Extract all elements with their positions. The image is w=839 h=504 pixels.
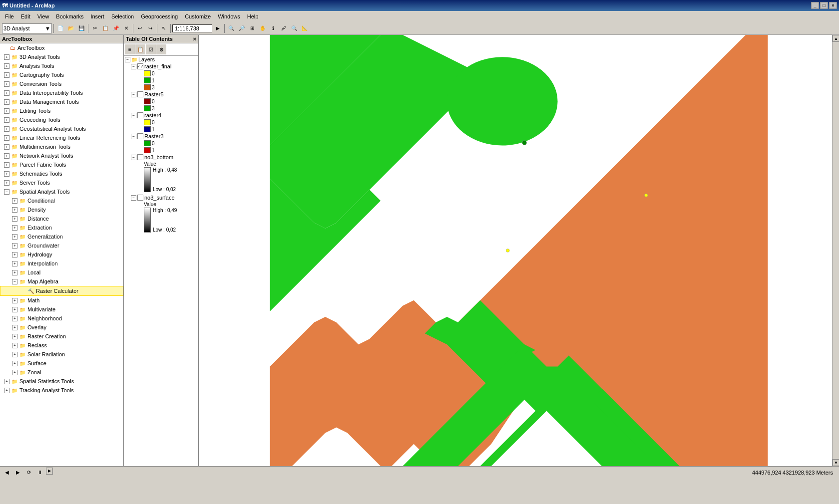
toc-selection-view[interactable]: ☑ — [146, 44, 156, 54]
tree-item-spatial-analyst[interactable]: −📁Spatial Analyst Tools — [0, 187, 123, 196]
tree-item-distance[interactable]: +📁Distance — [0, 214, 123, 223]
expand-groundwater[interactable]: + — [12, 243, 17, 249]
tree-item-density[interactable]: +📁Density — [0, 205, 123, 214]
tb-save[interactable]: 💾 — [76, 23, 86, 33]
expand-multivariate[interactable]: + — [12, 307, 17, 312]
tree-item-analysis[interactable]: +📁Analysis Tools — [0, 61, 123, 70]
status-pause-btn[interactable]: ⏸ — [35, 468, 45, 478]
menu-help[interactable]: Help — [244, 13, 262, 20]
tree-item-schematics[interactable]: +📁Schematics Tools — [0, 169, 123, 178]
expand-solar-radiation[interactable]: + — [12, 352, 17, 357]
tree-item-neighborhood[interactable]: +📁Neighborhood — [0, 314, 123, 323]
expand-network-analyst[interactable]: + — [4, 153, 9, 159]
tree-item-3d-analyst[interactable]: +📁3D Analyst Tools — [0, 52, 123, 61]
expand-neighborhood[interactable]: + — [12, 316, 17, 321]
expand-parcel-fabric[interactable]: + — [4, 162, 9, 168]
toc-layer-no3_surface[interactable]: −no3_surface — [124, 194, 198, 201]
tree-item-interpolation[interactable]: +📁Interpolation — [0, 259, 123, 268]
close-button[interactable]: × — [829, 2, 837, 9]
toc-layer-Raster5[interactable]: −Raster5 — [124, 91, 198, 98]
expand-multidimension[interactable]: + — [4, 144, 9, 150]
status-scroll-right[interactable]: ▶ — [46, 468, 53, 475]
expand-generalization[interactable]: + — [12, 234, 17, 240]
tb-measure[interactable]: 📐 — [300, 23, 310, 33]
map-area[interactable]: ▲ ▼ — [199, 35, 839, 466]
tb-cut[interactable]: ✂ — [90, 23, 100, 33]
menu-edit[interactable]: Edit — [18, 13, 33, 20]
toc-source-view[interactable]: 📋 — [135, 44, 145, 54]
expand-map-algebra[interactable]: − — [12, 279, 17, 284]
expand-schematics[interactable]: + — [4, 171, 9, 177]
expand-cartography[interactable]: + — [4, 72, 9, 78]
tree-item-generalization[interactable]: +📁Generalization — [0, 232, 123, 241]
expand-server[interactable]: + — [4, 180, 9, 186]
expand-tracking-analyst[interactable]: + — [4, 388, 9, 393]
tree-item-reclass[interactable]: +📁Reclass — [0, 341, 123, 350]
tree-item-conversion[interactable]: +📁Conversion Tools — [0, 79, 123, 88]
title-controls[interactable]: _ □ × — [811, 2, 837, 9]
toc-layer-Raster3[interactable]: −Raster3 — [124, 133, 198, 140]
maximize-button[interactable]: □ — [820, 2, 828, 9]
tree-item-hydrology[interactable]: +📁Hydrology — [0, 250, 123, 259]
tree-item-conditional[interactable]: +📁Conditional — [0, 196, 123, 205]
expand-surface[interactable]: + — [12, 361, 17, 366]
scroll-up-arrow[interactable]: ▲ — [833, 35, 839, 42]
toc-close-btn[interactable]: × — [193, 36, 196, 42]
tree-item-tracking-analyst[interactable]: +📁Tracking Analyst Tools — [0, 386, 123, 395]
expand-geostatistical[interactable]: + — [4, 126, 9, 132]
status-refresh-btn[interactable]: ⟳ — [24, 468, 34, 478]
tree-item-network-analyst[interactable]: +📁Network Analyst Tools — [0, 151, 123, 160]
tree-item-data-interop[interactable]: +📁Data Interoperability Tools — [0, 88, 123, 97]
expand-editing[interactable]: + — [4, 108, 9, 114]
tb-zoom-full[interactable]: ⊞ — [247, 23, 257, 33]
menu-geoprocessing[interactable]: Geoprocessing — [138, 13, 181, 20]
expand-conversion[interactable]: + — [4, 81, 9, 87]
tree-item-zonal[interactable]: +📁Zonal — [0, 368, 123, 377]
3d-analyst-dropdown[interactable]: 3D Analyst ▼ — [2, 23, 52, 33]
menu-file[interactable]: File — [2, 13, 17, 20]
expand-analysis[interactable]: + — [4, 63, 9, 69]
toc-layer-raster_final[interactable]: −✓raster_final — [124, 63, 198, 70]
tree-item-data-mgmt[interactable]: +📁Data Management Tools — [0, 97, 123, 106]
tree-item-server[interactable]: +📁Server Tools — [0, 178, 123, 187]
expand-interpolation[interactable]: + — [12, 261, 17, 266]
toc-layer-no3_bottom[interactable]: −no3_bottom — [124, 154, 198, 161]
tree-item-groundwater[interactable]: +📁Groundwater — [0, 241, 123, 250]
tree-item-geocoding[interactable]: +📁Geocoding Tools — [0, 115, 123, 124]
toc-layers-root[interactable]: − 📁 Layers — [124, 56, 198, 63]
tree-item-local[interactable]: +📁Local — [0, 268, 123, 277]
expand-overlay[interactable]: + — [12, 325, 17, 330]
tree-item-linear-ref[interactable]: +📁Linear Referencing Tools — [0, 133, 123, 142]
expand-data-interop[interactable]: + — [4, 90, 9, 96]
expand-local[interactable]: + — [12, 270, 17, 275]
expand-geocoding[interactable]: + — [4, 117, 9, 123]
tree-item-arctoolbox[interactable]: 🗂ArcToolbox — [0, 43, 123, 52]
expand-data-mgmt[interactable]: + — [4, 99, 9, 105]
status-prev-btn[interactable]: ◀ — [2, 468, 12, 478]
expand-density[interactable]: + — [12, 207, 17, 213]
expand-distance[interactable]: + — [12, 216, 17, 222]
tb-new[interactable]: 📄 — [55, 23, 65, 33]
tree-item-cartography[interactable]: +📁Cartography Tools — [0, 70, 123, 79]
tree-item-map-algebra[interactable]: −📁Map Algebra — [0, 277, 123, 286]
tb-open[interactable]: 📂 — [66, 23, 76, 33]
tree-item-raster-creation[interactable]: +📁Raster Creation — [0, 332, 123, 341]
expand-extraction[interactable]: + — [12, 225, 17, 231]
tb-zoom-out[interactable]: 🔎 — [237, 23, 247, 33]
menu-view[interactable]: View — [34, 13, 52, 20]
status-next-btn[interactable]: ▶ — [13, 468, 23, 478]
expand-spatial-analyst[interactable]: − — [4, 189, 9, 195]
expand-conditional[interactable]: + — [12, 198, 17, 204]
tb-undo[interactable]: ↩ — [135, 23, 145, 33]
tree-item-geostatistical[interactable]: +📁Geostatistical Analyst Tools — [0, 124, 123, 133]
expand-linear-ref[interactable]: + — [4, 135, 9, 141]
expand-math[interactable]: + — [12, 298, 17, 303]
tb-info[interactable]: ℹ — [268, 23, 278, 33]
tree-item-raster-calc[interactable]: 🔨Raster Calculator — [0, 286, 123, 296]
toc-layer-raster4[interactable]: −raster4 — [124, 112, 198, 119]
scroll-down-arrow[interactable]: ▼ — [833, 459, 839, 466]
tb-identify[interactable]: 🖊 — [279, 23, 289, 33]
expand-3d-analyst[interactable]: + — [4, 54, 9, 60]
menu-customize[interactable]: Customize — [182, 13, 214, 20]
tree-item-editing[interactable]: +📁Editing Tools — [0, 106, 123, 115]
